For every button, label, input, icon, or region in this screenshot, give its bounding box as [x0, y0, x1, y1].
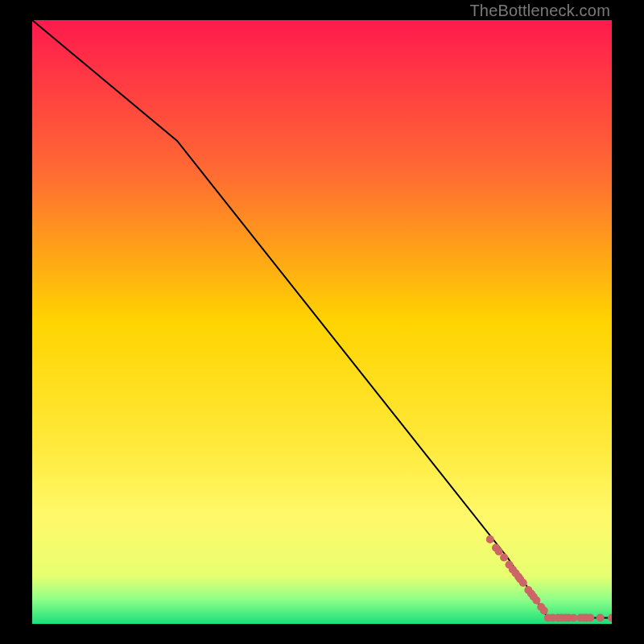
data-point: [586, 614, 594, 622]
data-point: [540, 607, 548, 615]
data-point: [486, 535, 494, 543]
data-point: [532, 597, 540, 605]
attribution-label: TheBottleneck.com: [469, 2, 610, 20]
data-point: [597, 614, 605, 622]
chart-svg: [32, 20, 612, 624]
data-point: [519, 579, 527, 587]
data-point: [500, 554, 508, 562]
chart-background: [32, 20, 612, 624]
chart-frame: TheBottleneck.com: [0, 0, 644, 644]
data-point: [569, 614, 577, 622]
chart-plot-area: [32, 20, 612, 624]
